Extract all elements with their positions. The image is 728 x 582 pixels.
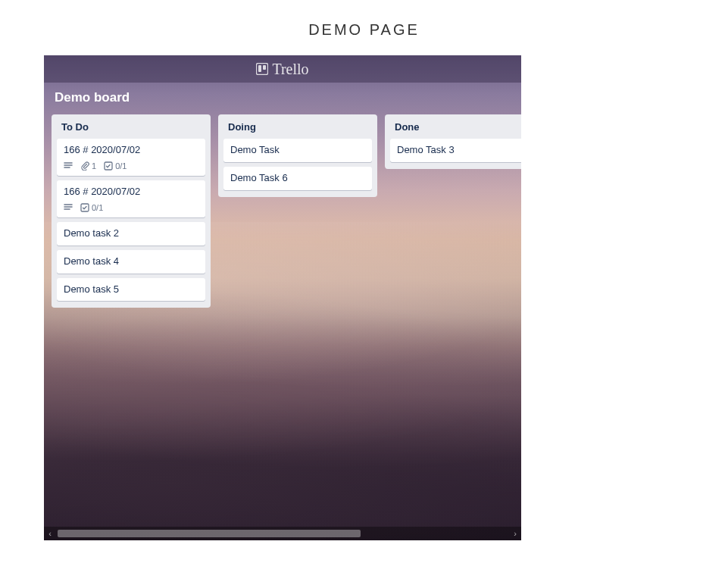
card-title: Demo Task 3 [397,144,521,157]
card[interactable]: 166 # 2020/07/02 1 0/1 [57,139,205,176]
card-title: Demo Task 6 [230,172,365,185]
page-title: DEMO PAGE [0,0,728,55]
trello-logo[interactable]: Trello [256,61,308,78]
checklist-badge: 0/1 [80,203,103,212]
card-title: Demo task 5 [64,283,198,296]
trello-board-icon [256,63,268,75]
lists-container: To Do 166 # 2020/07/02 1 0/1 [44,110,521,312]
checklist-count: 0/1 [92,203,103,212]
card[interactable]: Demo Task [223,139,372,162]
card[interactable]: Demo task 5 [57,278,205,302]
description-icon [64,161,73,171]
card[interactable]: 166 # 2020/07/02 0/1 [57,180,205,217]
scrollbar-thumb[interactable] [58,530,361,537]
board-header: Demo board [44,83,521,110]
attachment-count: 1 [92,161,96,171]
checklist-badge: 0/1 [104,161,127,171]
list-title[interactable]: To Do [57,120,205,139]
card-title: Demo task 2 [64,227,198,240]
horizontal-scrollbar[interactable]: ‹ › [44,527,521,540]
description-icon [64,203,73,212]
trello-board-embed: Trello Demo board To Do 166 # 2020/07/02… [44,55,521,540]
paperclip-icon [80,161,89,171]
list-title[interactable]: Done [390,120,521,139]
svg-rect-0 [257,64,268,75]
attachment-badge: 1 [80,161,96,171]
list-doing[interactable]: Doing Demo Task Demo Task 6 [218,114,377,197]
checklist-icon [104,161,113,171]
scroll-right-icon[interactable]: › [509,529,521,538]
card[interactable]: Demo task 2 [57,222,205,246]
svg-rect-2 [263,65,266,70]
card-title: 166 # 2020/07/02 [64,186,198,199]
card-title: Demo task 4 [64,255,198,268]
scroll-left-icon[interactable]: ‹ [44,529,56,538]
checklist-icon [80,203,89,212]
card-badges: 1 0/1 [64,161,198,171]
list-title[interactable]: Doing [223,120,372,139]
svg-rect-1 [258,65,261,72]
card[interactable]: Demo Task 6 [223,167,372,190]
list-done[interactable]: Done Demo Task 3 [385,114,521,169]
board-name[interactable]: Demo board [55,90,511,105]
list-todo[interactable]: To Do 166 # 2020/07/02 1 0/1 [52,114,211,308]
checklist-count: 0/1 [115,161,127,171]
trello-wordmark: Trello [272,61,308,78]
card-badges: 0/1 [64,203,198,212]
card[interactable]: Demo Task 3 [390,139,521,162]
card-title: Demo Task [230,144,365,157]
card-title: 166 # 2020/07/02 [64,144,198,157]
card[interactable]: Demo task 4 [57,250,205,274]
trello-topbar: Trello [44,55,521,83]
